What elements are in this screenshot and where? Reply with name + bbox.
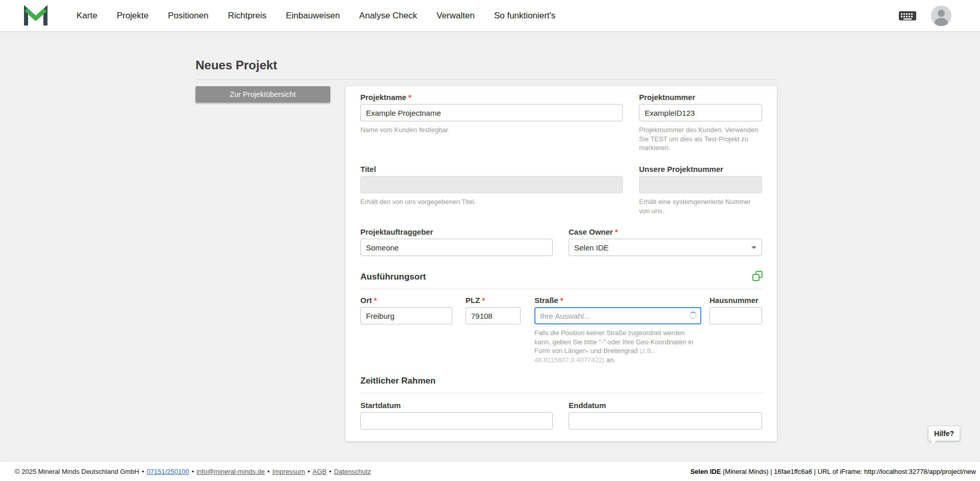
nav-item-richtpreis[interactable]: Richtpreis [228, 11, 266, 21]
ort-label: Ort* [360, 295, 452, 305]
top-navigation: Karte Projekte Positionen Richtpreis Ein… [0, 0, 980, 31]
projektname-field: Projektname* Name vom Kunden festlegbar [360, 92, 623, 135]
nav-item-projekte[interactable]: Projekte [117, 11, 149, 21]
copy-icon [751, 270, 764, 282]
startdatum-field: Startdatum [360, 400, 553, 429]
strasse-helper-suffix: an. [604, 356, 616, 364]
footer-separator: • [142, 468, 144, 475]
unsere-projektnummer-input [639, 176, 762, 193]
footer-separator: • [267, 468, 270, 475]
projektname-helper: Name vom Kunden festlegbar [360, 125, 623, 135]
section-divider [360, 393, 763, 393]
plz-input[interactable] [465, 307, 521, 324]
projektnummer-helper: Projektnummer des Kunden. Verwenden Sie … [639, 125, 762, 153]
copy-location-button[interactable] [751, 270, 764, 282]
footer-email-link[interactable]: info@mineral-minds.de [197, 468, 265, 475]
nav-item-so-funktionierts[interactable]: So funktioniert's [494, 11, 555, 21]
footer-session-details: (Mineral Minds) | 16fae1ffc6a6 | URL of … [721, 468, 976, 475]
projektnummer-field: Projektnummer Projektnummer des Kunden. … [639, 92, 762, 153]
titel-field: Titel Erhält den von uns vorgegebenen Ti… [360, 164, 623, 207]
strasse-label: Straße* [534, 295, 701, 305]
enddatum-label: Enddatum [569, 400, 762, 410]
chevron-down-icon [751, 246, 756, 249]
case-owner-label: Case Owner* [569, 227, 762, 237]
hausnummer-input[interactable] [709, 307, 762, 324]
required-marker: * [615, 227, 618, 236]
projektauftraggeber-field: Projektauftraggeber [360, 227, 553, 256]
app-logo[interactable] [23, 5, 48, 27]
back-to-project-overview-button[interactable]: Zur Projektübersicht [195, 86, 330, 103]
case-owner-field: Case Owner* Selen IDE [569, 227, 762, 256]
footer: © 2025 Mineral Minds Deutschland GmbH • … [0, 462, 980, 481]
unsere-projektnummer-field: Unsere Projektnummer Erhält eine systemg… [639, 164, 762, 215]
footer-impressum-link[interactable]: Impressum [272, 468, 305, 475]
startdatum-input[interactable] [360, 412, 553, 429]
help-label: Hilfe? [934, 429, 954, 438]
footer-separator: • [191, 468, 194, 475]
nav-item-verwalten[interactable]: Verwalten [436, 11, 475, 21]
nav-item-positionen[interactable]: Positionen [168, 11, 208, 21]
projektname-input[interactable] [360, 104, 623, 121]
enddatum-input[interactable] [569, 412, 762, 429]
keyboard-icon[interactable] [898, 10, 917, 22]
projektauftraggeber-label: Projektauftraggeber [360, 227, 553, 237]
strasse-helper: Falls die Position keiner Straße zugeord… [534, 328, 701, 364]
main-nav: Karte Projekte Positionen Richtpreis Ein… [77, 11, 555, 21]
footer-separator: • [308, 468, 310, 475]
case-owner-label-text: Case Owner [569, 227, 613, 236]
nav-right-actions [898, 6, 951, 26]
mineral-minds-logo-icon [23, 5, 48, 27]
footer-agb-link[interactable]: AGB [312, 468, 326, 475]
unsere-projektnummer-helper: Erhält eine systemgenerierte Nummer von … [639, 197, 762, 215]
required-marker: * [408, 93, 411, 102]
hausnummer-label: Hausnummer [709, 295, 762, 305]
help-button[interactable]: Hilfe? [928, 426, 960, 441]
footer-datenschutz-link[interactable]: Datenschutz [334, 468, 371, 475]
nav-item-karte[interactable]: Karte [77, 11, 97, 21]
unsere-projektnummer-label: Unsere Projektnummer [639, 164, 762, 174]
projektauftraggeber-input[interactable] [360, 239, 553, 256]
projektnummer-label: Projektnummer [639, 92, 762, 102]
footer-session-user: Selen IDE [690, 468, 721, 475]
section-divider [360, 289, 763, 289]
title-divider [195, 79, 777, 80]
plz-field: PLZ* [465, 295, 521, 324]
required-marker: * [482, 296, 485, 305]
ort-label-text: Ort [360, 296, 372, 305]
titel-helper: Erhält den von uns vorgegebenen Titel. [360, 197, 623, 207]
projektnummer-input[interactable] [639, 104, 762, 121]
titel-label: Titel [360, 164, 623, 174]
strasse-field: Straße* Falls die Position keiner Straße… [534, 295, 701, 364]
startdatum-label: Startdatum [360, 400, 553, 410]
section-zeitlicher-rahmen-title: Zeitlicher Rahmen [360, 375, 435, 387]
plz-label-text: PLZ [465, 296, 480, 305]
loading-spinner-icon [690, 312, 697, 319]
new-project-form-card: Projektname* Name vom Kunden festlegbar … [346, 86, 777, 441]
footer-phone-link[interactable]: 07151/250100 [146, 468, 189, 475]
footer-session-info: Selen IDE (Mineral Minds) | 16fae1ffc6a6… [690, 468, 976, 475]
footer-separator: • [329, 468, 332, 475]
ort-input[interactable] [360, 307, 452, 324]
projektname-label-text: Projektname [360, 93, 406, 102]
hausnummer-field: Hausnummer [709, 295, 762, 324]
ort-field: Ort* [360, 295, 452, 324]
strasse-input[interactable] [534, 307, 701, 324]
section-ausfuehrungsort-title: Ausführungsort [360, 271, 426, 283]
strasse-input-wrap [534, 307, 701, 324]
footer-copyright: © 2025 Mineral Minds Deutschland GmbH [15, 468, 139, 475]
plz-label: PLZ* [465, 295, 521, 305]
required-marker: * [374, 296, 377, 305]
enddatum-field: Enddatum [569, 400, 762, 429]
footer-info: © 2025 Mineral Minds Deutschland GmbH • … [15, 468, 371, 475]
user-avatar[interactable] [931, 6, 951, 26]
titel-input [360, 176, 623, 193]
case-owner-selected-value: Selen IDE [574, 243, 609, 252]
case-owner-select[interactable]: Selen IDE [569, 239, 762, 256]
required-marker: * [560, 296, 564, 305]
strasse-helper-main: Falls die Position keiner Straße zugeord… [534, 329, 693, 355]
page-title: Neues Projekt [195, 58, 277, 72]
projektname-label: Projektname* [360, 92, 623, 102]
strasse-label-text: Straße [534, 296, 558, 305]
nav-item-analyse-check[interactable]: Analyse Check [359, 11, 417, 21]
nav-item-einbauweisen[interactable]: Einbauweisen [286, 11, 340, 21]
